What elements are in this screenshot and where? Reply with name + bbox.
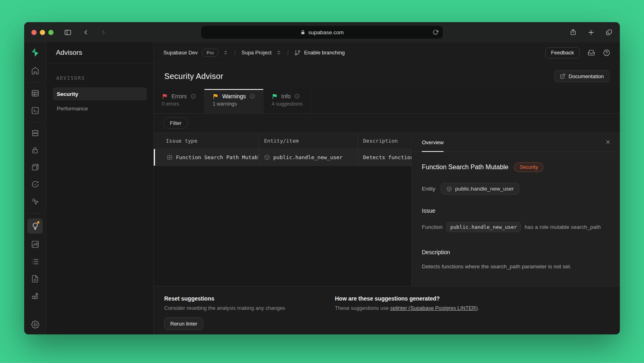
entity-value: public.handle_new_user (455, 186, 514, 192)
detail-panel-tabbar: Overview (412, 133, 620, 152)
close-icon[interactable] (605, 139, 611, 145)
org-selector[interactable]: Supabase Dev Pro (163, 49, 229, 57)
issue-suffix: has a role mutable search_path (524, 224, 601, 230)
tab-overview[interactable]: Overview (422, 133, 444, 151)
maximize-window-button[interactable] (48, 30, 54, 35)
sidebar-item-security[interactable]: Security (53, 87, 147, 100)
refresh-icon[interactable] (433, 29, 438, 35)
tab-errors[interactable]: Errors 0 errors (154, 89, 204, 113)
table-grid-icon (167, 154, 173, 160)
edge-functions-icon[interactable] (31, 180, 39, 189)
storage-icon[interactable] (31, 163, 39, 171)
browser-sidebar-toggle-icon[interactable] (64, 29, 72, 36)
flag-icon (162, 93, 168, 100)
row-description: Detects functions where the search_path … (363, 154, 411, 160)
tab-count: 4 suggestions (272, 101, 303, 107)
info-circle-icon (294, 93, 300, 99)
api-docs-icon[interactable] (31, 275, 39, 283)
minimize-window-button[interactable] (40, 30, 45, 35)
project-selector[interactable]: Supa Project (242, 50, 281, 56)
description-heading: Description (422, 249, 610, 255)
filter-button[interactable]: Filter (163, 117, 188, 129)
info-circle-icon (190, 93, 196, 99)
close-window-button[interactable] (31, 30, 37, 35)
nav-rail (24, 42, 46, 334)
tab-label: Errors (171, 93, 187, 100)
chevrons-up-down-icon[interactable] (276, 50, 282, 56)
sql-editor-icon[interactable] (31, 106, 39, 115)
supabase-logo[interactable] (30, 47, 40, 58)
sidebar-section-label: ADVISORS (56, 75, 147, 81)
page-header: Security Advisor Documentation (154, 63, 620, 89)
org-name: Supabase Dev (163, 50, 198, 56)
feedback-button[interactable]: Feedback (545, 47, 580, 58)
issues-table: Issue type Entity/item Description Funct… (154, 133, 411, 286)
realtime-icon[interactable] (31, 197, 39, 206)
table-header: Issue type Entity/item Description (154, 133, 411, 149)
sidebar-title: Advisors (46, 42, 153, 63)
share-icon[interactable] (570, 29, 577, 36)
tab-label: Info (281, 93, 291, 100)
inbox-icon[interactable] (588, 49, 595, 56)
advisors-nav-active[interactable] (27, 218, 43, 234)
tab-info[interactable]: Info 4 suggestions (264, 89, 311, 113)
url-text: supabase.com (308, 29, 344, 35)
browser-titlebar: supabase.com (24, 22, 620, 42)
detail-panel: Overview Function Search Path Mutable Se… (411, 133, 620, 286)
back-icon[interactable] (82, 29, 89, 36)
home-icon[interactable] (31, 66, 39, 75)
description-text: Detects functions where the search_path … (422, 263, 610, 271)
flag-icon (213, 93, 219, 100)
flag-icon (272, 93, 278, 100)
integrations-icon[interactable] (31, 292, 39, 300)
cube-icon (446, 186, 452, 192)
footer: Reset suggestions Consider resetting the… (154, 286, 620, 334)
rerun-linter-button[interactable]: Rerun linter (164, 317, 203, 330)
org-plan-badge: Pro (202, 49, 219, 57)
splinter-link[interactable]: splinter (Supabase Postgres LINTER) (390, 305, 477, 311)
forward-icon[interactable] (100, 29, 107, 36)
issue-code-chip: public.handle_new_user (446, 222, 521, 232)
project-name: Supa Project (242, 50, 271, 56)
address-bar[interactable]: supabase.com (201, 26, 443, 39)
documentation-button[interactable]: Documentation (554, 70, 609, 82)
reset-suggestions-text: Consider resetting the analysis making a… (164, 305, 324, 311)
row-entity: public.handle_new_user (273, 154, 343, 160)
divider (29, 213, 41, 214)
enable-branching-button[interactable]: Enable branching (294, 50, 345, 56)
issue-title: Function Search Path Mutable (422, 164, 508, 171)
help-icon[interactable] (603, 49, 610, 56)
column-header-issue-type: Issue type (154, 133, 259, 149)
table-editor-icon[interactable] (31, 89, 39, 97)
page-title: Security Advisor (164, 72, 223, 81)
sidebar-item-performance[interactable]: Performance (53, 102, 147, 115)
tab-overview-icon[interactable] (605, 29, 613, 36)
reset-suggestions-title: Reset suggestions (164, 295, 324, 302)
table-empty-area (154, 166, 411, 286)
chevrons-up-down-icon[interactable] (223, 50, 229, 56)
settings-gear-icon[interactable] (31, 320, 39, 329)
divider (29, 122, 41, 122)
how-generated-title: How are these suggestions generated? (335, 295, 479, 302)
browser-window: supabase.com (24, 22, 620, 334)
entity-chip: public.handle_new_user (441, 183, 520, 195)
logs-icon[interactable] (31, 257, 39, 266)
tab-warnings[interactable]: Warnings 1 warnings (204, 89, 264, 113)
auth-icon[interactable] (31, 146, 39, 154)
info-circle-icon (250, 93, 255, 99)
security-badge: Security (514, 162, 543, 172)
table-row[interactable]: Function Search Path Mutable public.hand… (154, 149, 411, 166)
tab-label: Warnings (222, 93, 246, 100)
tab-count: 1 warnings (213, 101, 255, 107)
reports-icon[interactable] (31, 240, 39, 249)
new-tab-icon[interactable] (588, 29, 594, 36)
breadcrumb-separator: / (287, 50, 289, 56)
database-icon[interactable] (31, 129, 39, 137)
issue-prefix: Function (422, 224, 443, 230)
breadcrumb-separator: / (234, 50, 236, 56)
advisor-tabs: Errors 0 errors Warnings (154, 89, 620, 114)
column-header-description: Description (358, 133, 411, 149)
breadcrumb: Supabase Dev Pro / Supa Project / (154, 42, 620, 63)
git-branch-icon (294, 50, 301, 56)
advisors-notification-dot (37, 221, 40, 224)
